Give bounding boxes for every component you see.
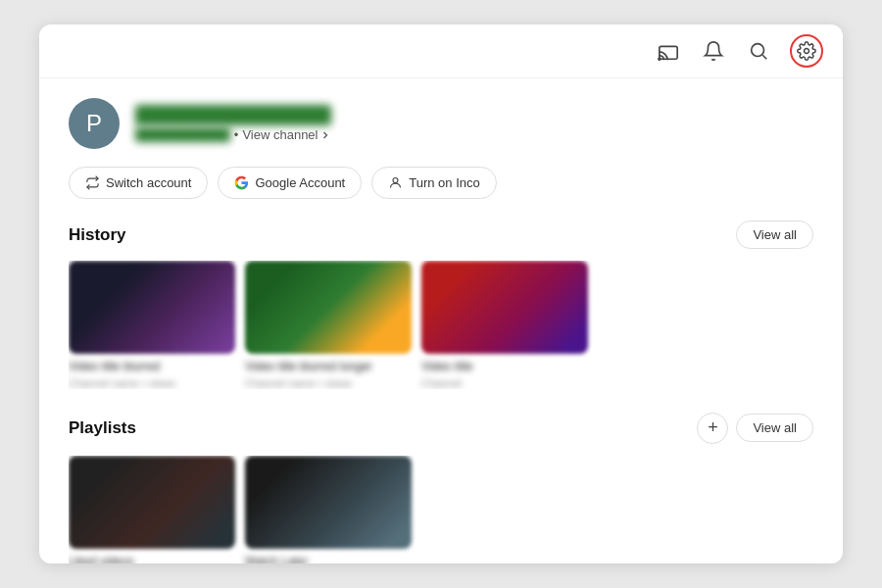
view-channel-label: View channel bbox=[242, 127, 318, 142]
playlists-section: Playlists + View all Liked videos Privat… bbox=[69, 413, 813, 564]
settings-icon[interactable] bbox=[790, 34, 823, 68]
history-thumb-1: Video title blurred Channel name • views bbox=[69, 261, 235, 389]
playlists-actions: + View all bbox=[697, 413, 813, 444]
history-view-all-button[interactable]: View all bbox=[736, 220, 813, 249]
profile-name: Parisa Rossi bbox=[135, 105, 331, 125]
history-thumb-2: Video title blurred longer Channel name … bbox=[245, 261, 412, 389]
history-thumb-meta-3: Channel bbox=[421, 377, 588, 389]
switch-account-label: Switch account bbox=[106, 175, 191, 190]
playlist-label-2: Watch Later bbox=[245, 555, 412, 564]
history-thumbnail-img-1 bbox=[69, 261, 235, 354]
profile-info: Parisa Rossi 1.2K subscribers • View cha… bbox=[135, 105, 331, 142]
incognito-icon bbox=[388, 175, 403, 190]
profile-section: P Parisa Rossi 1.2K subscribers • View c… bbox=[69, 98, 813, 149]
action-buttons-row: Switch account Google Account Turn on In… bbox=[69, 167, 813, 199]
incognito-button[interactable]: Turn on Inco bbox=[371, 167, 497, 199]
playlists-thumbnails-row: Liked videos Private Watch Later Private bbox=[69, 456, 813, 564]
subscriber-count: 1.2K subscribers bbox=[135, 127, 230, 142]
history-actions: View all bbox=[736, 220, 813, 249]
playlists-section-header: Playlists + View all bbox=[69, 413, 813, 444]
switch-account-button[interactable]: Switch account bbox=[69, 167, 208, 199]
history-thumb-title-3: Video title bbox=[421, 360, 588, 375]
history-thumbnails-row: Video title blurred Channel name • views… bbox=[69, 261, 813, 389]
content-area: P Parisa Rossi 1.2K subscribers • View c… bbox=[39, 78, 843, 564]
history-thumbnail-img-3 bbox=[421, 261, 588, 354]
svg-point-4 bbox=[805, 49, 809, 54]
history-thumb-3: Video title Channel bbox=[421, 261, 588, 389]
search-icon[interactable] bbox=[745, 37, 772, 65]
dot-separator: • bbox=[234, 127, 239, 142]
cast-icon[interactable] bbox=[655, 37, 682, 65]
avatar: P bbox=[69, 98, 120, 149]
playlist-thumbnail-img-2 bbox=[245, 456, 412, 549]
playlist-thumbnail-img-1 bbox=[69, 456, 235, 549]
history-title: History bbox=[69, 225, 126, 245]
playlists-title: Playlists bbox=[69, 418, 136, 438]
google-account-label: Google Account bbox=[255, 175, 345, 190]
notifications-icon[interactable] bbox=[700, 37, 727, 65]
history-thumb-meta-1: Channel name • views bbox=[69, 377, 235, 389]
view-channel-link[interactable]: View channel bbox=[242, 127, 331, 142]
history-thumbnail-img-2 bbox=[245, 261, 412, 354]
add-playlist-button[interactable]: + bbox=[697, 413, 728, 444]
google-account-button[interactable]: Google Account bbox=[218, 167, 362, 199]
svg-point-2 bbox=[752, 44, 764, 57]
svg-point-1 bbox=[659, 58, 661, 60]
google-icon bbox=[234, 175, 249, 190]
history-thumb-title-1: Video title blurred bbox=[69, 360, 235, 375]
playlist-item-1: Liked videos Private bbox=[69, 456, 235, 564]
playlist-label-1: Liked videos bbox=[69, 555, 235, 564]
history-section-header: History View all bbox=[69, 220, 813, 249]
svg-point-5 bbox=[393, 178, 398, 183]
history-section: History View all Video title blurred Cha… bbox=[69, 220, 813, 389]
history-thumb-title-2: Video title blurred longer bbox=[245, 360, 412, 375]
incognito-label: Turn on Inco bbox=[409, 175, 480, 190]
playlist-item-2: Watch Later Private bbox=[245, 456, 412, 564]
history-thumb-meta-2: Channel name • views bbox=[245, 377, 412, 389]
svg-line-3 bbox=[762, 55, 766, 59]
topbar bbox=[39, 24, 843, 78]
playlists-view-all-button[interactable]: View all bbox=[736, 414, 813, 442]
profile-sub: 1.2K subscribers • View channel bbox=[135, 127, 331, 142]
switch-icon bbox=[85, 175, 100, 190]
youtube-account-panel: P Parisa Rossi 1.2K subscribers • View c… bbox=[39, 24, 843, 564]
